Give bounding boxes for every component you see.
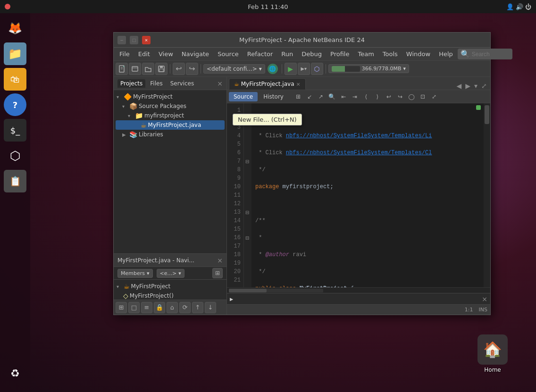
menu-source[interactable]: Source bbox=[214, 49, 243, 59]
bt-btn-1[interactable]: ⊞ bbox=[116, 302, 127, 313]
tab-files[interactable]: Files bbox=[147, 79, 165, 88]
bt-btn-6[interactable]: ⟳ bbox=[179, 302, 191, 313]
redo-button[interactable]: ↪ bbox=[186, 63, 198, 75]
editor-tab-close[interactable]: × bbox=[296, 81, 301, 87]
tab-prev-button[interactable]: ◀ bbox=[455, 82, 463, 90]
debug-button[interactable]: ⬡ bbox=[311, 63, 323, 75]
bt-btn-7[interactable]: ↑ bbox=[192, 302, 203, 313]
menu-tools[interactable]: Tools bbox=[379, 49, 402, 59]
toolbar-separator-1 bbox=[170, 64, 170, 74]
bt-btn-3[interactable]: ≡ bbox=[141, 302, 152, 313]
navigator-close[interactable]: × bbox=[217, 257, 223, 264]
editor-tab-main[interactable]: ☕ MyFirstProject.java × bbox=[229, 78, 306, 90]
bt-btn-5[interactable]: ⌂ bbox=[167, 302, 178, 313]
source-tb-btn-10[interactable]: ↪ bbox=[395, 92, 405, 102]
menu-team[interactable]: Team bbox=[354, 49, 377, 59]
menu-run[interactable]: Run bbox=[277, 49, 297, 59]
bt-btn-2[interactable]: □ bbox=[128, 302, 140, 313]
home-icon[interactable]: 🏠 Home bbox=[477, 334, 508, 373]
taskbar-icon-trash[interactable]: ♻ bbox=[4, 362, 26, 384]
taskbar-icon-clipboard[interactable]: 📋 bbox=[4, 170, 26, 192]
new-project-button[interactable] bbox=[129, 63, 141, 75]
source-tb-btn-2[interactable]: ↙ bbox=[304, 92, 315, 102]
menu-refactor[interactable]: Refactor bbox=[243, 49, 277, 59]
taskbar-icon-files[interactable]: 📁 bbox=[4, 42, 26, 65]
netbeans-window: − □ × MyFirstProject - Apache NetBeans I… bbox=[113, 32, 491, 315]
fold-9 bbox=[244, 174, 251, 183]
bt-btn-8[interactable]: ↓ bbox=[205, 302, 216, 313]
fold-16[interactable]: ⊟ bbox=[244, 234, 251, 242]
command-bar: ▶ × bbox=[227, 293, 490, 304]
open-button[interactable] bbox=[142, 63, 154, 75]
left-panel-close[interactable]: × bbox=[217, 80, 223, 87]
nav-item-constructor[interactable]: ◇ MyFirstProject() bbox=[116, 291, 225, 300]
close-button[interactable]: × bbox=[142, 36, 151, 44]
config-dropdown[interactable]: <default confi...> ▾ bbox=[203, 64, 265, 74]
editor-expand-button[interactable]: ⤢ bbox=[480, 82, 488, 90]
run-button[interactable]: ▶ bbox=[285, 63, 297, 75]
memory-bar[interactable]: 366.9/778.0MB ▾ bbox=[328, 64, 409, 73]
tree-item-myfirstproject-pkg[interactable]: ▾ 📁 myfirstproject bbox=[116, 111, 225, 120]
minimize-button[interactable]: − bbox=[117, 36, 126, 44]
source-tb-btn-5[interactable]: ⇤ bbox=[338, 92, 349, 102]
source-tab[interactable]: Source bbox=[229, 92, 258, 101]
bt-btn-4[interactable]: 🔒 bbox=[154, 302, 165, 313]
nav-grid-button[interactable]: ⊞ bbox=[212, 268, 223, 278]
source-tb-btn-3[interactable]: ↗ bbox=[316, 92, 326, 102]
menu-navigate[interactable]: Navigate bbox=[178, 49, 213, 59]
menu-edit[interactable]: Edit bbox=[134, 49, 154, 59]
undo-button[interactable]: ↩ bbox=[173, 63, 185, 75]
taskbar-icon-terminal[interactable]: $_ bbox=[4, 119, 26, 142]
source-tb-btn-12[interactable]: ⊡ bbox=[418, 92, 428, 102]
source-tb-btn-1[interactable]: ⊞ bbox=[293, 92, 303, 102]
h-scrollbar-track[interactable] bbox=[229, 289, 323, 292]
tree-item-main-java[interactable]: ☕ MyFirstProject.java bbox=[116, 120, 225, 130]
search-box[interactable]: 🔍 bbox=[458, 49, 512, 59]
taskbar-icon-cube[interactable]: ⬡ bbox=[4, 144, 26, 167]
source-tb-expand[interactable]: ⤢ bbox=[429, 92, 439, 102]
save-button[interactable] bbox=[155, 63, 168, 75]
fold-13[interactable]: ⊟ bbox=[244, 208, 251, 217]
code-content[interactable]: /* * Click nbfs://nbhost/SystemFileSyste… bbox=[251, 103, 490, 287]
tree-item-project[interactable]: ▾ 🔶 MyFirstProject bbox=[116, 92, 225, 101]
source-tb-btn-7[interactable]: ⟨ bbox=[361, 92, 371, 102]
source-tb-btn-6[interactable]: ⇥ bbox=[350, 92, 360, 102]
menu-file[interactable]: File bbox=[116, 49, 134, 59]
code-editor[interactable]: 12345 678910 1112131415 1617181920 21 bbox=[227, 103, 490, 287]
new-file-button[interactable] bbox=[116, 63, 128, 75]
search-input[interactable] bbox=[472, 51, 510, 58]
run-more-button[interactable]: ▶▾ bbox=[298, 63, 310, 75]
h-scrollbar[interactable] bbox=[227, 287, 490, 293]
cmd-close[interactable]: × bbox=[482, 295, 487, 303]
nav-item-class[interactable]: ▾ ☕ MyFirstProject bbox=[116, 282, 225, 291]
tab-projects[interactable]: Projects bbox=[117, 79, 145, 88]
fold-20 bbox=[244, 267, 251, 276]
globe-button[interactable]: 🌐 bbox=[268, 64, 278, 74]
taskbar-icon-firefox[interactable]: 🦊 bbox=[4, 17, 26, 40]
scroll-indicator[interactable] bbox=[484, 103, 490, 287]
taskbar-icon-appstore[interactable]: 🛍 bbox=[4, 68, 26, 91]
tree-item-source-packages[interactable]: ▾ 📦 Source Packages bbox=[116, 101, 225, 111]
menu-help[interactable]: Help bbox=[435, 49, 457, 59]
menu-debug[interactable]: Debug bbox=[298, 49, 326, 59]
tab-next-button[interactable]: ▶ bbox=[464, 82, 472, 90]
tab-menu-button[interactable]: ▾ bbox=[473, 82, 479, 90]
menu-profile[interactable]: Profile bbox=[327, 49, 353, 59]
system-bar-icons[interactable]: 👤 🔊 ⏻ bbox=[506, 3, 531, 10]
tab-services[interactable]: Services bbox=[168, 79, 197, 88]
menu-window[interactable]: Window bbox=[402, 49, 434, 59]
maximize-button[interactable]: □ bbox=[130, 36, 138, 44]
source-tb-btn-8[interactable]: ⟩ bbox=[372, 92, 383, 102]
source-tb-btn-4[interactable]: 🔍 bbox=[327, 92, 337, 102]
taskbar-icon-help[interactable]: ? bbox=[4, 93, 26, 116]
menu-view[interactable]: View bbox=[155, 49, 177, 59]
source-tb-btn-9[interactable]: ↩ bbox=[384, 92, 394, 102]
scope-dropdown[interactable]: <e...> ▾ bbox=[157, 269, 184, 278]
history-tab[interactable]: History bbox=[259, 92, 288, 101]
scroll-thumb[interactable] bbox=[485, 105, 489, 124]
fold-7[interactable]: ⊟ bbox=[244, 157, 251, 166]
h-scrollbar-thumb[interactable] bbox=[229, 289, 267, 292]
tree-item-libraries[interactable]: ▶ 📚 Libraries bbox=[116, 130, 225, 139]
source-tb-btn-11[interactable]: ◯ bbox=[406, 92, 417, 102]
members-dropdown[interactable]: Members ▾ bbox=[117, 269, 153, 278]
